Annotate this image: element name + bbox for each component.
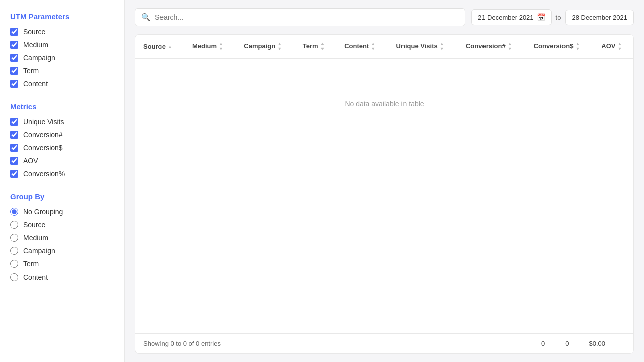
th-conversion_hash[interactable]: Conversion# ▲ ▼ [458,35,526,59]
radio-label-campaign: Campaign [23,247,55,255]
sort-icon-campaign: ▲ ▼ [277,42,282,51]
date-to-field[interactable]: 28 December 2021 [565,10,634,25]
footer-total-visits: 0 [541,340,545,347]
date-from-field[interactable]: 21 December 2021 📅 [471,9,552,25]
th-medium[interactable]: Medium ▲ ▼ [184,35,235,59]
groupby-section: Group By No Grouping Source Medium Campa… [10,192,114,281]
checkbox-item-medium[interactable]: Medium [10,41,114,49]
data-table: Source ▲ Medium ▲ ▼ Campaign ▲ ▼ Term ▲ … [135,35,633,148]
th-source[interactable]: Source ▲ [135,35,184,59]
groupby-title: Group By [10,192,114,201]
search-input[interactable] [155,13,459,21]
checkbox-aov[interactable] [10,157,18,165]
checkbox-item-source[interactable]: Source [10,28,114,36]
th-label-unique_visits: Unique Visits [396,42,438,50]
radio-content[interactable] [10,273,18,281]
radio-label-no_grouping: No Grouping [23,208,63,216]
checkbox-item-unique_visits[interactable]: Unique Visits [10,118,114,126]
checkbox-item-aov[interactable]: AOV [10,157,114,165]
checkbox-item-conversion_pct[interactable]: Conversion% [10,170,114,178]
sort-icon-conversion_hash: ▲ ▼ [508,42,512,51]
radio-label-term: Term [23,260,39,268]
checkbox-content[interactable] [10,80,18,88]
topbar: 🔍 21 December 2021 📅 to 28 December 2021 [135,8,634,26]
th-label-campaign: Campaign [244,42,275,50]
th-label-source: Source [143,43,166,50]
checkbox-campaign[interactable] [10,54,18,62]
radio-label-medium: Medium [23,234,48,242]
checkbox-item-content[interactable]: Content [10,80,114,88]
calendar-icon: 📅 [537,13,545,21]
checkbox-medium[interactable] [10,41,18,49]
checkbox-unique_visits[interactable] [10,118,18,126]
entries-info: Showing 0 to 0 of 0 entries [143,340,221,347]
checkbox-label-term: Term [23,67,39,75]
checkbox-item-campaign[interactable]: Campaign [10,54,114,62]
th-campaign[interactable]: Campaign ▲ ▼ [235,35,294,59]
footer-total-revenue: $0.00 [589,340,605,347]
sort-icon-unique_visits: ▲ ▼ [440,42,444,51]
checkbox-label-aov: AOV [23,157,38,165]
sort-icon-aov: ▲ ▼ [618,42,622,51]
metrics-title: Metrics [10,102,114,111]
checkbox-item-conversion_hash[interactable]: Conversion# [10,131,114,139]
checkbox-label-content: Content [23,80,48,88]
radio-source[interactable] [10,221,18,229]
no-data-message: No data available in table [135,59,633,148]
radio-no_grouping[interactable] [10,208,18,216]
date-to-value: 28 December 2021 [572,14,627,21]
utm-params-section: UTM Parameters Source Medium Campaign Te… [10,12,114,88]
th-content[interactable]: Content ▲ ▼ [336,35,388,59]
th-aov[interactable]: AOV ▲ ▼ [593,35,633,59]
checkbox-conversion_pct[interactable] [10,170,18,178]
th-term[interactable]: Term ▲ ▼ [295,35,336,59]
checkbox-term[interactable] [10,67,18,75]
date-to-label: to [556,14,561,21]
th-label-term: Term [303,42,318,50]
checkbox-source[interactable] [10,28,18,36]
data-table-container: Source ▲ Medium ▲ ▼ Campaign ▲ ▼ Term ▲ … [135,34,634,354]
main-content: 🔍 21 December 2021 📅 to 28 December 2021… [125,0,644,362]
checkbox-item-term[interactable]: Term [10,67,114,75]
th-unique_visits[interactable]: Unique Visits ▲ ▼ [388,35,458,59]
th-conversion_dollar[interactable]: Conversion$ ▲ ▼ [526,35,594,59]
th-label-medium: Medium [192,42,217,50]
radio-term[interactable] [10,260,18,268]
th-label-aov: AOV [601,42,615,50]
radio-item-term[interactable]: Term [10,260,114,268]
th-label-conversion_dollar: Conversion$ [534,42,574,50]
search-box: 🔍 [135,8,465,26]
checkbox-label-conversion_hash: Conversion# [23,131,63,139]
th-label-content: Content [344,42,369,50]
radio-item-medium[interactable]: Medium [10,234,114,242]
radio-campaign[interactable] [10,247,18,255]
footer-totals: 0 0 $0.00 [541,340,625,347]
radio-item-campaign[interactable]: Campaign [10,247,114,255]
sort-icon-medium: ▲ ▼ [219,42,223,51]
sort-icon-term: ▲ ▼ [320,42,325,51]
radio-label-content: Content [23,273,48,281]
checkbox-label-source: Source [23,28,45,36]
checkbox-item-conversion_dollar[interactable]: Conversion$ [10,144,114,152]
radio-item-no_grouping[interactable]: No Grouping [10,208,114,216]
date-range: 21 December 2021 📅 to 28 December 2021 [471,9,634,25]
th-label-conversion_hash: Conversion# [466,42,506,50]
checkbox-label-conversion_dollar: Conversion$ [23,144,63,152]
table-footer: Showing 0 to 0 of 0 entries 0 0 $0.00 [135,333,633,353]
radio-label-source: Source [23,221,45,229]
radio-item-content[interactable]: Content [10,273,114,281]
radio-item-source[interactable]: Source [10,221,114,229]
checkbox-label-unique_visits: Unique Visits [23,118,64,126]
checkbox-conversion_dollar[interactable] [10,144,18,152]
date-from-value: 21 December 2021 [478,14,534,21]
checkbox-label-medium: Medium [23,41,48,49]
sort-icon-content: ▲ ▼ [371,42,375,51]
sidebar: UTM Parameters Source Medium Campaign Te… [0,0,125,362]
sort-icon-source: ▲ [168,45,172,49]
utm-params-title: UTM Parameters [10,12,114,21]
search-icon: 🔍 [141,13,151,22]
checkbox-conversion_hash[interactable] [10,131,18,139]
radio-medium[interactable] [10,234,18,242]
sort-icon-conversion_dollar: ▲ ▼ [575,42,580,51]
table-scroll: Source ▲ Medium ▲ ▼ Campaign ▲ ▼ Term ▲ … [135,35,633,333]
